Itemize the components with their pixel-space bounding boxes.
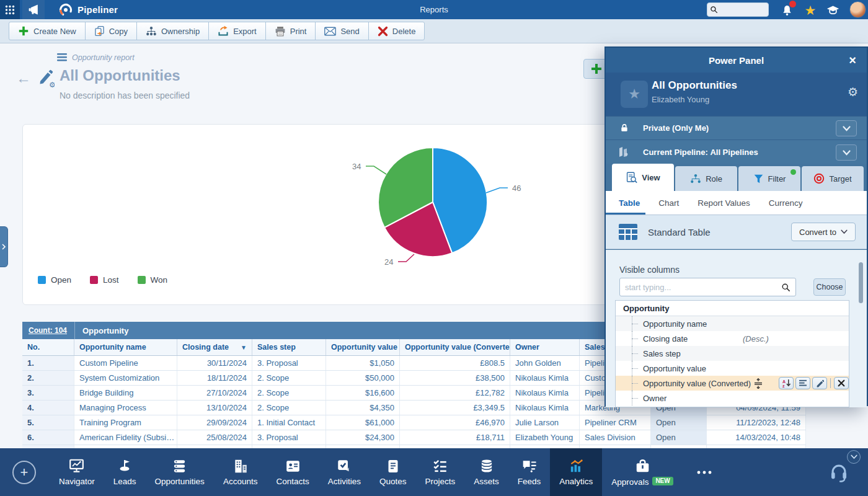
legend-swatch (138, 276, 146, 284)
table-row[interactable]: 6.American Fidelity (Subsi…25/08/20243. … (22, 430, 806, 445)
panel-tab-target[interactable]: Target (802, 166, 864, 191)
nav-item-contacts[interactable]: Contacts (267, 448, 318, 496)
report-star-icon[interactable]: ★ (621, 81, 648, 108)
nav-item-assets[interactable]: Assets (464, 448, 508, 496)
column-header-opportunity-value[interactable]: Opportunity value (326, 339, 400, 355)
bell-icon[interactable] (779, 2, 795, 18)
search-input[interactable] (720, 6, 766, 14)
table-cell: 1. Initial Contact (252, 415, 326, 430)
panel-tab-label: Role (706, 174, 722, 184)
column-header-closing-date[interactable]: Closing date▼ (177, 339, 252, 355)
power-panel: Power Panel × ★ All Opportunities Elizab… (604, 46, 868, 406)
pencil-button[interactable] (812, 377, 827, 389)
visible-column-item[interactable]: Sales step (616, 346, 849, 361)
global-search[interactable] (707, 2, 769, 17)
subtab-report-values[interactable]: Report Values (698, 198, 750, 208)
column-search-input[interactable] (625, 283, 781, 292)
column-header-opportunity-value-converted-[interactable]: Opportunity value (Converted) (400, 339, 510, 355)
delete-icon (378, 26, 388, 37)
edit-report-icon[interactable]: ⚙ (37, 69, 55, 91)
remove-button[interactable] (834, 377, 849, 389)
pipeline-row[interactable]: Current Pipeline: All Pipelines (606, 140, 867, 164)
nav-item-label: Contacts (276, 477, 309, 486)
subtab-currency[interactable]: Currency (769, 198, 803, 208)
column-header-owner[interactable]: Owner (510, 339, 580, 355)
toolbar-button-label: Send (340, 27, 359, 36)
sort-az-button[interactable]: Az (779, 377, 794, 389)
nav-item-quotes[interactable]: Quotes (370, 448, 416, 496)
column-header-no-[interactable]: No. (22, 339, 74, 355)
quick-add-button[interactable]: + (12, 461, 36, 484)
column-header-sales-step[interactable]: Sales step (252, 339, 326, 355)
back-button[interactable]: ← (16, 69, 31, 87)
send-button[interactable]: Send (315, 22, 368, 40)
table-cell: Nikolaus Kimla (510, 401, 580, 415)
pipeline-chevron-down-icon[interactable] (836, 144, 857, 161)
export-button[interactable]: Export (208, 22, 266, 40)
row-resize-handle-icon[interactable] (753, 378, 763, 391)
nav-item-label: Quotes (379, 477, 407, 486)
pipeliner-app: { "topbar": { "app_name": "Pipeliner", "… (0, 0, 868, 496)
privacy-row[interactable]: Private (Only Me) (606, 116, 867, 140)
visible-column-label: Closing date (643, 334, 688, 343)
nav-item-leads[interactable]: Leads (104, 448, 146, 496)
nav-item-activities[interactable]: Activities (319, 448, 370, 496)
ownership-button[interactable]: Ownership (136, 22, 209, 40)
column-search[interactable] (619, 278, 796, 296)
legend-label: Open (51, 275, 71, 285)
table-cell: 3. (22, 386, 74, 400)
collapse-nav-chevron-icon[interactable] (847, 450, 861, 464)
privacy-chevron-down-icon[interactable] (836, 120, 857, 136)
nav-item-label: Opportunities (155, 477, 205, 486)
panel-scrollbar[interactable] (859, 262, 863, 303)
subtab-table[interactable]: Table (619, 198, 640, 208)
toolbar-button-label: Print (290, 27, 307, 36)
align-left-button[interactable] (795, 377, 810, 389)
copy-button[interactable]: Copy (85, 22, 137, 40)
nav-item-approvals[interactable]: ApprovalsNEW (602, 448, 682, 496)
legend-item[interactable]: Open (38, 275, 71, 285)
nav-item-navigator[interactable]: Navigator (50, 448, 104, 496)
nav-item-label: ApprovalsNEW (611, 477, 673, 487)
bottom-navigation: + NavigatorLeadsOpportunitiesAccountsCon… (0, 448, 868, 496)
nav-item-feeds[interactable]: Feeds (508, 448, 551, 496)
visible-column-item[interactable]: Closing date(Desc.) (616, 331, 849, 346)
subtab-chart[interactable]: Chart (658, 198, 679, 208)
visible-column-item[interactable]: Owner (616, 391, 849, 405)
choose-button[interactable]: Choose (813, 278, 846, 296)
nav-item-analytics[interactable]: Analytics (550, 448, 602, 496)
visible-column-item[interactable]: Opportunity name (616, 316, 849, 331)
visible-column-item[interactable]: Opportunity value (Converted)Az (616, 376, 849, 391)
table-cell: 3. Proposal (252, 356, 326, 370)
column-header-opportunity-name[interactable]: Opportunity name (74, 339, 177, 355)
close-icon[interactable]: × (844, 52, 861, 68)
report-list-icon (57, 53, 67, 62)
visible-column-label: Opportunity value (643, 364, 706, 373)
sort-desc-icon: ▼ (241, 344, 247, 351)
star-icon[interactable]: ★ (802, 2, 818, 18)
legend-item[interactable]: Lost (90, 275, 119, 285)
expand-side-panel-handle[interactable] (0, 226, 8, 267)
panel-tab-view[interactable]: View (612, 164, 674, 191)
print-button[interactable]: Print (265, 22, 316, 40)
delete-button[interactable]: Delete (368, 22, 425, 40)
visible-column-item[interactable]: Opportunity value (616, 361, 849, 376)
create-new-button[interactable]: Create New (9, 22, 86, 40)
nav-item-opportunities[interactable]: Opportunities (146, 448, 214, 496)
record-count-link[interactable]: Count: 104 (22, 326, 74, 335)
support-headset-icon[interactable] (828, 461, 849, 485)
panel-tab-role[interactable]: Role (675, 166, 737, 191)
table-row[interactable]: 5.Training Program29/09/20241. Initial C… (22, 415, 806, 430)
svg-text:z: z (782, 384, 784, 388)
more-menu-button[interactable] (683, 448, 726, 496)
panel-tab-filter[interactable]: Filter (738, 166, 800, 191)
nav-item-projects[interactable]: Projects (415, 448, 464, 496)
visible-column-label: Sales step (643, 349, 681, 358)
user-avatar[interactable] (849, 1, 866, 18)
convert-to-button[interactable]: Convert to (791, 223, 856, 241)
graduation-cap-icon[interactable] (825, 2, 841, 18)
table-cell: 13/10/2024 (177, 401, 252, 415)
gear-icon[interactable]: ⚙ (848, 85, 858, 99)
legend-item[interactable]: Won (138, 275, 168, 285)
nav-item-accounts[interactable]: Accounts (214, 448, 267, 496)
